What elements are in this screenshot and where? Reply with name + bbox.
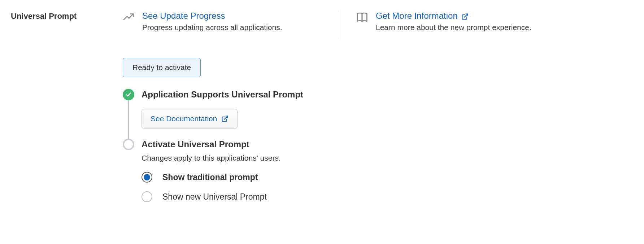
section-title: Universal Prompt — [11, 12, 123, 21]
step-connector — [128, 100, 129, 139]
activation-steps: Application Supports Universal Prompt Se… — [123, 89, 633, 211]
see-update-progress-link[interactable]: See Update Progress — [142, 11, 282, 21]
section-label: Universal Prompt — [11, 11, 123, 21]
radio-selected-icon — [142, 172, 152, 183]
check-icon — [123, 89, 134, 100]
step-activate-title: Activate Universal Prompt — [142, 139, 633, 149]
update-progress-block: See Update Progress Progress updating ac… — [123, 11, 338, 32]
book-icon — [356, 12, 368, 23]
step-activate-desc: Changes apply to this applications' user… — [142, 154, 633, 162]
link-label: Get More Information — [376, 11, 458, 21]
radio-label: Show traditional prompt — [162, 173, 258, 182]
more-info-block: Get More Information Learn more about th… — [356, 11, 531, 32]
svg-line-0 — [464, 14, 467, 17]
trend-up-icon — [123, 12, 134, 23]
ready-to-activate-badge: Ready to activate — [123, 58, 201, 77]
radio-label: Show new Universal Prompt — [162, 192, 267, 202]
step-supports: Application Supports Universal Prompt Se… — [123, 89, 633, 139]
radio-new-universal-prompt[interactable]: Show new Universal Prompt — [142, 191, 633, 202]
main-content: See Update Progress Progress updating ac… — [123, 11, 633, 211]
link-label: See Update Progress — [142, 11, 225, 21]
see-documentation-button[interactable]: See Documentation — [142, 109, 238, 128]
external-link-icon — [221, 115, 229, 122]
get-more-information-link[interactable]: Get More Information — [376, 11, 531, 21]
prompt-radio-group: Show traditional prompt Show new Univers… — [142, 172, 633, 202]
pending-bullet-icon — [123, 139, 134, 150]
update-progress-desc: Progress updating across all application… — [142, 23, 282, 32]
step-activate: Activate Universal Prompt Changes apply … — [123, 139, 633, 211]
more-info-desc: Learn more about the new prompt experien… — [376, 23, 531, 32]
svg-line-1 — [225, 116, 228, 119]
vertical-divider — [338, 11, 338, 40]
info-links-row: See Update Progress Progress updating ac… — [123, 11, 633, 40]
button-label: See Documentation — [151, 114, 217, 123]
radio-unselected-icon — [142, 191, 152, 202]
external-link-icon — [461, 12, 469, 19]
radio-traditional-prompt[interactable]: Show traditional prompt — [142, 172, 633, 183]
step-supports-title: Application Supports Universal Prompt — [142, 89, 633, 100]
